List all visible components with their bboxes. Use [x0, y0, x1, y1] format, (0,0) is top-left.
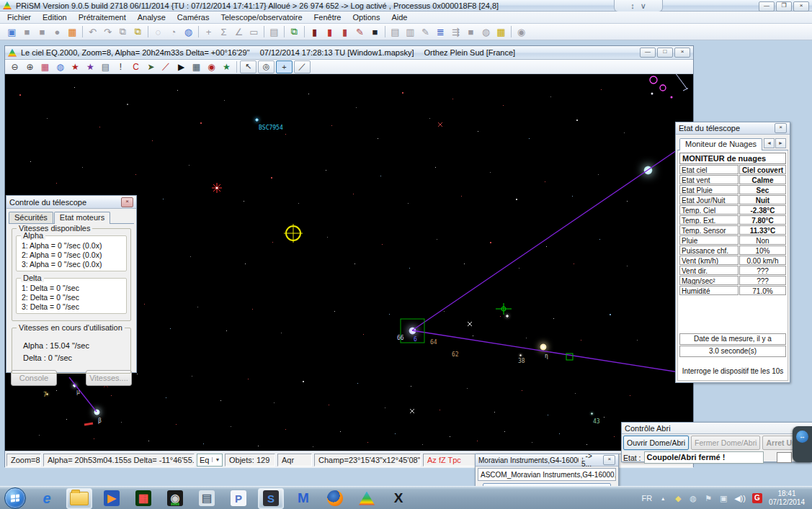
exclaim-icon[interactable]: !	[113, 61, 128, 73]
tray-network-icon[interactable]: ▣	[719, 494, 728, 503]
table-icon[interactable]: ▦	[189, 61, 204, 73]
cursor-tool[interactable]: ↖	[240, 60, 256, 73]
menu-fichier[interactable]: Fichier	[1, 12, 37, 22]
close-icon[interactable]: ×	[775, 123, 787, 133]
menu-edition[interactable]: Edition	[37, 12, 73, 22]
close-icon[interactable]: ×	[603, 455, 615, 465]
remote-access-edge-tab[interactable]: ↔	[793, 426, 812, 462]
calendar-icon[interactable]: ▦	[65, 25, 80, 38]
image-icon[interactable]: ▦	[37, 61, 53, 73]
world-icon[interactable]: ◍	[181, 25, 196, 38]
list-blue-icon[interactable]: ≣	[433, 25, 448, 38]
tray-show-hidden-icon[interactable]: ▴	[659, 495, 667, 502]
grid-arrows-icon[interactable]: ⇶	[448, 25, 463, 38]
tray-globe-icon[interactable]: ◍	[689, 494, 697, 503]
camera-driver-combo[interactable]: ASCOM_Moravian Instruments,G4-16000 ,	[478, 468, 616, 481]
tab-securites[interactable]: Sécurités	[9, 212, 53, 223]
profile-icon[interactable]: ∠	[231, 25, 246, 38]
taskbar-comm-app[interactable]: Ѕ	[258, 488, 284, 509]
target-icon[interactable]: ◉	[204, 61, 219, 73]
close-icon[interactable]: ×	[121, 197, 133, 207]
map-minimize-button[interactable]: —	[640, 48, 656, 58]
window-icon[interactable]: ▤	[267, 25, 282, 38]
book-icon[interactable]: ▤	[388, 25, 403, 38]
dome-state-indicator[interactable]	[777, 452, 792, 463]
tab-etat-moteurs[interactable]: Etat moteurs	[54, 212, 110, 224]
camera-gray-icon[interactable]: ◉	[514, 25, 529, 38]
taskbar-dome-app[interactable]: ▦	[131, 489, 156, 508]
undo-icon[interactable]: ↶	[85, 25, 100, 38]
tab-scroll-left-icon[interactable]: ◄	[764, 138, 775, 148]
pen-icon[interactable]: ／	[159, 61, 174, 73]
minimize-button[interactable]: —	[759, 1, 775, 12]
cross-icon[interactable]: +	[201, 25, 216, 38]
menu-aide[interactable]: Aide	[385, 12, 413, 22]
status-eq-combo[interactable]: Eq▼	[197, 454, 223, 467]
rotate-c-icon[interactable]: C	[128, 61, 143, 73]
close-button[interactable]: ×	[793, 1, 809, 12]
copy-icon[interactable]: ⧉	[115, 25, 130, 38]
starmap-icon[interactable]: ■	[367, 25, 383, 38]
taskbar-windows-explorer[interactable]	[66, 488, 92, 509]
cascade-icon[interactable]: ⧉	[287, 25, 302, 38]
restore-button[interactable]: ❐	[776, 1, 792, 12]
tray-antivirus-icon[interactable]: G	[752, 493, 762, 503]
tray-volume-icon[interactable]: ◀))	[734, 494, 746, 503]
map-maximize-button[interactable]: □	[657, 48, 673, 58]
signature-icon[interactable]: ✎	[418, 25, 433, 38]
center-crosshair-tool[interactable]: +	[276, 60, 293, 73]
taskbar-malwarebytes[interactable]: M	[291, 489, 316, 508]
menu-fen-tre[interactable]: Fenêtre	[308, 12, 347, 22]
titlebar-peek-tab[interactable]: ↕ ∨	[614, 0, 663, 12]
measure-tool[interactable]: ／	[294, 60, 311, 73]
taskbar-backup-app[interactable]: ▤	[195, 489, 219, 508]
zoom-out-icon[interactable]: ⊖	[7, 61, 22, 73]
redo-icon[interactable]: ↷	[100, 25, 115, 38]
menu-telescope-observatoire[interactable]: Telescope/observatoire	[215, 12, 308, 22]
chevron-down-icon[interactable]: ∨	[641, 1, 646, 11]
bookmark-icon[interactable]: ▮	[307, 25, 322, 38]
taskbar-camera-app[interactable]: ◉8888	[163, 489, 187, 508]
map-titlebar[interactable]: Le ciel EQ.2000, Zoom=8, Alpha= 20h24m33…	[5, 46, 693, 60]
dome-control-titlebar[interactable]: Contrôle Abri	[622, 423, 812, 434]
taskbar-x-app[interactable]: X	[386, 489, 411, 508]
constellation-icon[interactable]: ★	[83, 61, 98, 73]
taskbar-firefox[interactable]	[323, 489, 347, 508]
menu-cam-ras[interactable]: Caméras	[171, 12, 215, 22]
tab-moniteur-nuages[interactable]: Moniteur de Nuages	[679, 138, 762, 150]
tray-clock[interactable]: 18:4107/12/2014	[769, 490, 808, 507]
zoom-in-icon[interactable]: ⊕	[22, 61, 37, 73]
selection-icon[interactable]: ▭	[246, 25, 262, 38]
copy-color-icon[interactable]: ⧉	[130, 25, 146, 38]
telescope-control-titlebar[interactable]: Controle du télescope ×	[6, 196, 136, 209]
rotate2-icon[interactable]: ◔	[166, 25, 181, 38]
dropdown-arrow-icon[interactable]: ▼	[212, 457, 220, 462]
menu-options[interactable]: Options	[347, 12, 386, 22]
menu-pr-traitement[interactable]: Prétraitement	[73, 12, 132, 22]
map-close-button[interactable]: ×	[674, 48, 690, 58]
tray-language-indicator[interactable]: FR	[641, 494, 652, 503]
globe-icon[interactable]: ◍	[53, 61, 68, 73]
globe-gray-icon[interactable]: ◍	[478, 25, 494, 38]
hand-icon[interactable]: ➤	[143, 61, 159, 73]
open-image-icon[interactable]: ▣	[4, 25, 19, 38]
sum-icon[interactable]: Σ	[216, 25, 231, 38]
record-red-icon[interactable]: ▮	[322, 25, 337, 38]
search-tool[interactable]: ◎	[258, 60, 275, 73]
columns-icon[interactable]: ▥	[403, 25, 418, 38]
fullscreen-icon[interactable]: ↕	[630, 1, 635, 10]
stop-icon[interactable]: ■	[19, 25, 35, 38]
open-dome-button[interactable]: Ouvrir Dome/Abri	[623, 436, 689, 450]
record2-icon[interactable]: ▮	[337, 25, 352, 38]
menu-analyse[interactable]: Analyse	[132, 12, 171, 22]
tray-flag-icon[interactable]: ⚑	[704, 494, 713, 503]
tab-scroll-right-icon[interactable]: ►	[775, 138, 786, 148]
camera-driver-titlebar[interactable]: Moravian Instruments,G4-16000 , -> 5... …	[476, 454, 618, 467]
play-icon[interactable]: ▶	[174, 61, 189, 73]
info-icon[interactable]: ●	[50, 25, 65, 38]
taskbar-media-player[interactable]: ▶	[99, 489, 124, 508]
stop2-icon[interactable]: ■	[35, 25, 50, 38]
taskbar-prism[interactable]	[354, 489, 379, 508]
bsc-catalog-icon[interactable]: ★	[68, 61, 83, 73]
print-icon[interactable]: ▤	[98, 61, 113, 73]
